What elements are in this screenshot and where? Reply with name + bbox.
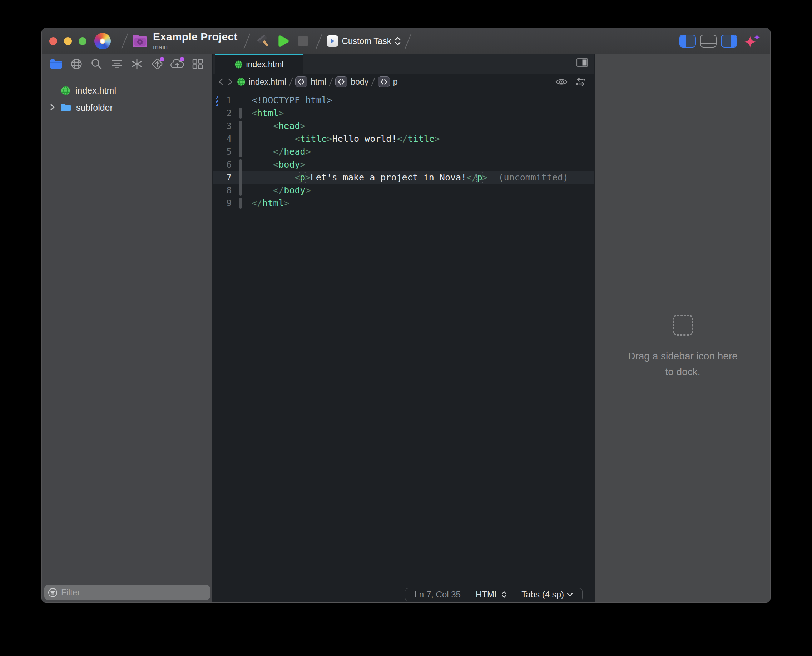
indentation-label: Tabs (4 sp) xyxy=(521,589,564,600)
jump-to-definition-button[interactable] xyxy=(575,77,586,87)
search-icon[interactable] xyxy=(88,57,104,71)
updown-chevron-icon xyxy=(395,36,401,46)
editor-pane: index.html xyxy=(213,54,594,602)
code-line-5[interactable]: 5 </head> xyxy=(213,145,594,158)
toggle-bottom-panel-button[interactable] xyxy=(700,35,717,48)
breadcrumb-node-p[interactable]: p xyxy=(378,76,398,87)
toggle-left-sidebar-button[interactable] xyxy=(679,35,696,48)
toolbar-divider xyxy=(316,33,323,49)
project-folder-icon[interactable] xyxy=(132,34,148,49)
fold-ribbon[interactable] xyxy=(239,184,242,196)
breadcrumb-node-body[interactable]: body xyxy=(335,76,369,87)
dock-hint-text: Drag a sidebar icon here to dock. xyxy=(628,348,738,380)
code-text: </head> xyxy=(252,145,311,158)
assistant-button[interactable] xyxy=(744,33,761,49)
breadcrumb-divider xyxy=(371,77,375,87)
code-line-8[interactable]: 8 </body> xyxy=(213,184,594,197)
git-source-control-icon[interactable] xyxy=(149,57,165,71)
forward-button[interactable] xyxy=(228,78,232,86)
hammer-icon xyxy=(255,33,271,49)
filter-icon xyxy=(48,588,57,597)
filter-input[interactable] xyxy=(61,587,206,597)
play-icon xyxy=(276,34,290,48)
disclosure-chevron-icon[interactable] xyxy=(50,103,55,113)
code-line-1[interactable]: 1<!DOCTYPE html> xyxy=(213,94,594,107)
code-line-7[interactable]: 7 <p>Let's make a project in Nova!</p> (… xyxy=(213,171,594,184)
code-text: <head> xyxy=(252,120,305,133)
indent-guide xyxy=(272,133,272,145)
fold-ribbon[interactable] xyxy=(239,108,242,119)
build-button[interactable] xyxy=(253,32,273,50)
code-line-9[interactable]: 9</html> xyxy=(213,197,594,210)
language-selector[interactable]: HTML xyxy=(476,589,507,600)
code-line-6[interactable]: 6 <body> xyxy=(213,158,594,171)
html-file-icon xyxy=(237,77,246,86)
toolbar-divider xyxy=(121,33,128,49)
code-line-3[interactable]: 3 <head> xyxy=(213,120,594,133)
breadcrumb-file-label: index.html xyxy=(249,77,286,87)
issues-asterisk-icon[interactable] xyxy=(129,57,145,71)
symbols-icon[interactable] xyxy=(109,57,125,71)
project-title-block[interactable]: Example Project main xyxy=(153,31,237,51)
indentation-selector[interactable]: Tabs (4 sp) xyxy=(521,589,573,600)
fold-ribbon[interactable] xyxy=(239,133,242,145)
code-text: <html> xyxy=(252,107,284,120)
right-dock-panel: Drag a sidebar icon here to dock. xyxy=(595,54,770,602)
breadcrumb-file[interactable]: index.html xyxy=(237,77,286,87)
tab-bar: index.html xyxy=(213,54,594,74)
status-bar: Ln 7, Col 35 HTML Tabs (4 sp) xyxy=(213,587,594,602)
task-label: Custom Task xyxy=(342,36,391,46)
minimize-button[interactable] xyxy=(64,37,72,45)
task-selector[interactable]: Custom Task xyxy=(327,36,400,47)
toolbar-divider xyxy=(404,33,411,49)
remote-globe-icon[interactable] xyxy=(69,57,84,71)
back-button[interactable] xyxy=(218,78,223,86)
toggle-right-sidebar-button[interactable] xyxy=(721,35,737,48)
tab-index-html[interactable]: index.html xyxy=(215,54,303,74)
sidebar-tab-strip xyxy=(42,54,212,74)
file-name: index.html xyxy=(75,85,116,96)
fold-ribbon[interactable] xyxy=(239,121,242,133)
preview-eye-button[interactable] xyxy=(555,77,567,87)
close-button[interactable] xyxy=(49,37,57,45)
extensions-grid-icon[interactable] xyxy=(190,57,206,71)
run-button[interactable] xyxy=(273,32,293,50)
layout-toggles xyxy=(679,35,737,48)
line-number: 9 xyxy=(213,197,232,210)
file-row-subfolder[interactable]: subfolder xyxy=(42,99,212,116)
publish-cloud-icon[interactable] xyxy=(169,57,185,71)
dashed-dock-target-icon xyxy=(673,315,693,336)
dock-drop-zone[interactable]: Drag a sidebar icon here to dock. xyxy=(595,315,770,380)
breadcrumb-node-html[interactable]: html xyxy=(295,76,326,87)
filter-field[interactable] xyxy=(44,585,210,600)
git-change-marker xyxy=(215,95,218,106)
tag-icon xyxy=(335,76,347,87)
fold-ribbon[interactable] xyxy=(239,171,242,184)
files-tab-icon[interactable] xyxy=(48,57,64,71)
tag-icon xyxy=(378,76,390,87)
code-text: </html> xyxy=(252,197,289,210)
language-label: HTML xyxy=(476,589,499,600)
breadcrumb-node-label: html xyxy=(311,77,326,87)
fold-ribbon[interactable] xyxy=(239,145,242,157)
code-line-2[interactable]: 2<html> xyxy=(213,107,594,120)
split-editor-button[interactable] xyxy=(576,57,588,68)
project-title: Example Project xyxy=(153,31,237,43)
line-number: 6 xyxy=(213,158,232,171)
titlebar: Example Project main xyxy=(42,28,770,54)
desktop: Example Project main xyxy=(0,0,812,656)
tab-label: index.html xyxy=(246,60,284,69)
breadcrumb-node-label: p xyxy=(393,77,398,87)
fold-ribbon[interactable] xyxy=(239,198,242,209)
git-badge-dot xyxy=(160,57,164,62)
line-number: 3 xyxy=(213,120,232,133)
code-area[interactable]: 1<!DOCTYPE html>2<html>3 <head>4 <title>… xyxy=(213,90,594,587)
stop-button[interactable] xyxy=(293,32,313,50)
breadcrumb-node-label: body xyxy=(350,77,369,87)
file-row-index-html[interactable]: index.html xyxy=(42,82,212,99)
zoom-button[interactable] xyxy=(79,37,87,45)
code-lines: 1<!DOCTYPE html>2<html>3 <head>4 <title>… xyxy=(213,94,594,210)
branch-label: main xyxy=(153,43,237,51)
code-line-4[interactable]: 4 <title>Hello world!</title> xyxy=(213,133,594,145)
fold-ribbon[interactable] xyxy=(239,159,242,171)
